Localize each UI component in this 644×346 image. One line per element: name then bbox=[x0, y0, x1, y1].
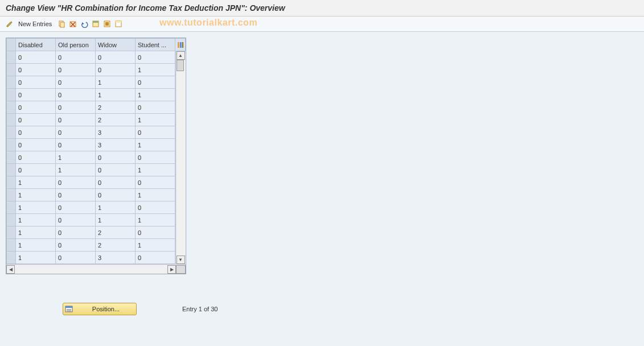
cell-disabled[interactable]: 0 bbox=[16, 164, 56, 176]
cell-oldperson[interactable]: 0 bbox=[56, 114, 96, 126]
cell-widow[interactable]: 3 bbox=[96, 139, 136, 151]
row-selector[interactable] bbox=[7, 64, 16, 76]
cell-widow[interactable]: 1 bbox=[96, 76, 136, 89]
cell-student[interactable]: 1 bbox=[136, 89, 175, 101]
cell-oldperson[interactable]: 0 bbox=[56, 239, 96, 252]
cell-widow[interactable]: 3 bbox=[96, 126, 136, 139]
cell-student[interactable]: 0 bbox=[136, 176, 175, 189]
table-row[interactable]: 0001 bbox=[7, 64, 175, 76]
cell-student[interactable]: 1 bbox=[136, 164, 175, 176]
cell-oldperson[interactable]: 0 bbox=[56, 226, 96, 239]
table-row[interactable]: 1000 bbox=[7, 176, 175, 189]
cell-student[interactable]: 1 bbox=[136, 189, 175, 201]
scroll-right-icon[interactable]: ▶ bbox=[167, 265, 176, 274]
cell-widow[interactable]: 1 bbox=[96, 89, 136, 101]
row-selector[interactable] bbox=[7, 201, 16, 214]
cell-disabled[interactable]: 1 bbox=[16, 214, 56, 226]
cell-widow[interactable]: 2 bbox=[96, 226, 136, 239]
cell-student[interactable]: 1 bbox=[136, 239, 175, 252]
row-selector[interactable] bbox=[7, 176, 16, 189]
vertical-scrollbar[interactable]: ▲ ▼ bbox=[175, 51, 185, 264]
cell-widow[interactable]: 2 bbox=[96, 239, 136, 252]
cell-oldperson[interactable]: 0 bbox=[56, 201, 96, 214]
cell-student[interactable]: 0 bbox=[136, 101, 175, 114]
cell-disabled[interactable]: 0 bbox=[16, 114, 56, 126]
cell-widow[interactable]: 0 bbox=[96, 164, 136, 176]
row-selector[interactable] bbox=[7, 51, 16, 64]
cell-oldperson[interactable]: 0 bbox=[56, 89, 96, 101]
cell-widow[interactable]: 0 bbox=[96, 176, 136, 189]
cell-oldperson[interactable]: 0 bbox=[56, 189, 96, 201]
cell-student[interactable]: 1 bbox=[136, 64, 175, 76]
cell-disabled[interactable]: 0 bbox=[16, 151, 56, 164]
cell-oldperson[interactable]: 0 bbox=[56, 252, 96, 264]
row-selector[interactable] bbox=[7, 89, 16, 101]
cell-student[interactable]: 0 bbox=[136, 151, 175, 164]
undo-icon[interactable] bbox=[79, 19, 89, 29]
cell-widow[interactable]: 2 bbox=[96, 101, 136, 114]
table-row[interactable]: 0030 bbox=[7, 126, 175, 139]
cell-student[interactable]: 1 bbox=[136, 114, 175, 126]
cell-widow[interactable]: 0 bbox=[96, 51, 136, 64]
table-row[interactable]: 0021 bbox=[7, 114, 175, 126]
cell-disabled[interactable]: 1 bbox=[16, 239, 56, 252]
cell-student[interactable]: 0 bbox=[136, 126, 175, 139]
select-all-icon[interactable] bbox=[91, 19, 101, 29]
cell-disabled[interactable]: 0 bbox=[16, 139, 56, 151]
cell-student[interactable]: 1 bbox=[136, 214, 175, 226]
col-header-disabled[interactable]: Disabled bbox=[16, 39, 56, 51]
configure-columns-icon[interactable] bbox=[175, 38, 186, 51]
position-button[interactable]: Position... bbox=[63, 303, 137, 315]
scroll-up-icon[interactable]: ▲ bbox=[177, 51, 185, 60]
table-row[interactable]: 1030 bbox=[7, 252, 175, 264]
cell-disabled[interactable]: 0 bbox=[16, 101, 56, 114]
cell-widow[interactable]: 2 bbox=[96, 114, 136, 126]
table-row[interactable]: 1011 bbox=[7, 214, 175, 226]
table-row[interactable]: 0010 bbox=[7, 76, 175, 89]
cell-student[interactable]: 0 bbox=[136, 76, 175, 89]
row-selector[interactable] bbox=[7, 252, 16, 264]
delete-icon[interactable] bbox=[68, 19, 78, 29]
cell-oldperson[interactable]: 0 bbox=[56, 214, 96, 226]
cell-disabled[interactable]: 1 bbox=[16, 176, 56, 189]
row-selector[interactable] bbox=[7, 101, 16, 114]
cell-widow[interactable]: 0 bbox=[96, 64, 136, 76]
table-row[interactable]: 0000 bbox=[7, 51, 175, 64]
new-entries-button[interactable]: New Entries bbox=[18, 20, 52, 27]
cell-disabled[interactable]: 0 bbox=[16, 89, 56, 101]
col-header-student[interactable]: Student ... bbox=[136, 39, 175, 51]
cell-student[interactable]: 0 bbox=[136, 51, 175, 64]
deselect-all-icon[interactable] bbox=[113, 19, 124, 29]
cell-widow[interactable]: 0 bbox=[96, 189, 136, 201]
cell-oldperson[interactable]: 1 bbox=[56, 164, 96, 176]
row-selector[interactable] bbox=[7, 76, 16, 89]
cell-disabled[interactable]: 1 bbox=[16, 252, 56, 264]
table-row[interactable]: 0011 bbox=[7, 89, 175, 101]
row-selector[interactable] bbox=[7, 239, 16, 252]
table-row[interactable]: 1010 bbox=[7, 201, 175, 214]
col-header-oldperson[interactable]: Old person bbox=[56, 39, 96, 51]
col-header-widow[interactable]: Widow bbox=[96, 39, 136, 51]
cell-oldperson[interactable]: 0 bbox=[56, 51, 96, 64]
cell-oldperson[interactable]: 0 bbox=[56, 126, 96, 139]
row-selector[interactable] bbox=[7, 214, 16, 226]
table-row[interactable]: 1020 bbox=[7, 226, 175, 239]
cell-student[interactable]: 0 bbox=[136, 201, 175, 214]
cell-student[interactable]: 0 bbox=[136, 252, 175, 264]
table-row[interactable]: 0020 bbox=[7, 101, 175, 114]
table-row[interactable]: 1021 bbox=[7, 239, 175, 252]
scroll-down-icon[interactable]: ▼ bbox=[177, 256, 185, 264]
cell-student[interactable]: 1 bbox=[136, 139, 175, 151]
cell-oldperson[interactable]: 0 bbox=[56, 101, 96, 114]
cell-disabled[interactable]: 0 bbox=[16, 64, 56, 76]
table-row[interactable]: 0101 bbox=[7, 164, 175, 176]
select-all-header[interactable] bbox=[7, 39, 16, 51]
scroll-thumb[interactable] bbox=[177, 60, 184, 71]
cell-widow[interactable]: 3 bbox=[96, 252, 136, 264]
table-row[interactable]: 1001 bbox=[7, 189, 175, 201]
row-selector[interactable] bbox=[7, 189, 16, 201]
cell-oldperson[interactable]: 0 bbox=[56, 64, 96, 76]
table-row[interactable]: 0031 bbox=[7, 139, 175, 151]
cell-widow[interactable]: 1 bbox=[96, 214, 136, 226]
copy-icon[interactable] bbox=[56, 19, 67, 29]
